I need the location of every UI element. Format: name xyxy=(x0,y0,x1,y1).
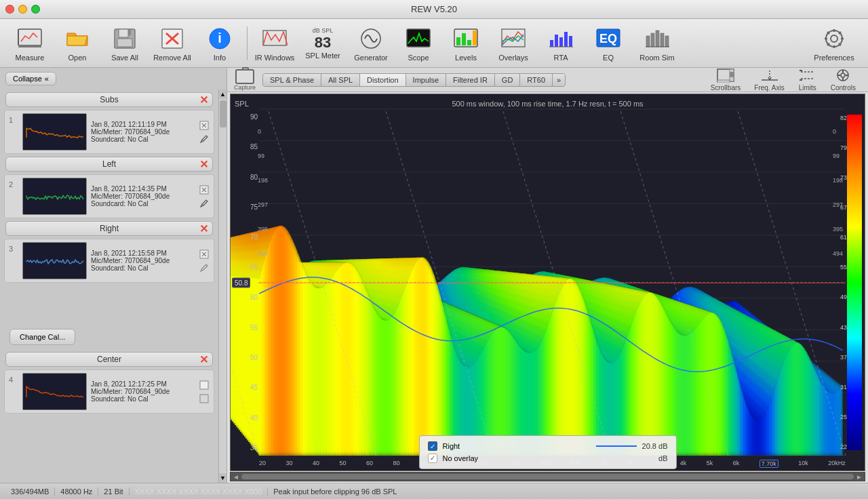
section-close-right[interactable]: ✕ xyxy=(199,222,208,235)
legend-value-nooverlay: dB xyxy=(658,454,667,462)
freq-axis-label: Freq. Axis xyxy=(754,84,784,92)
xa-20khz: 20kHz xyxy=(828,460,846,468)
open-button[interactable]: Open xyxy=(54,22,100,65)
tab-all-spl[interactable]: All SPL xyxy=(321,74,360,86)
scroll-track[interactable] xyxy=(219,99,226,473)
measurement-item-4: 4 Jan 8, 2021 12:17:25 PM Mic/Meter: 707… xyxy=(4,370,214,414)
tab-more[interactable]: » xyxy=(553,74,565,86)
meas-thumb-4 xyxy=(22,373,87,410)
section-close-center[interactable]: ✕ xyxy=(199,353,208,366)
color-scale-bar xyxy=(847,115,862,450)
cs-79: 79 xyxy=(840,144,847,151)
limits-button[interactable]: Limits xyxy=(794,66,821,93)
spl-meter-button[interactable]: dB SPL 83 SPL Meter xyxy=(299,22,347,65)
save-all-button[interactable]: Save All xyxy=(102,22,148,65)
measure-button[interactable]: Measure xyxy=(7,22,53,65)
rta-button[interactable]: RTA xyxy=(538,22,584,65)
meas-thumb-2 xyxy=(22,178,87,215)
remove-icon xyxy=(158,25,186,52)
chart-scroll-left[interactable]: ◄ xyxy=(231,473,241,481)
meas-edit-1[interactable] xyxy=(199,134,210,144)
scope-button[interactable]: Scope xyxy=(395,22,441,65)
tab-spl-phase[interactable]: SPL & Phase xyxy=(263,74,321,86)
svg-rect-31 xyxy=(656,31,659,47)
change-cal-button[interactable]: Change Cal... xyxy=(9,329,75,345)
section-close-subs[interactable]: ✕ xyxy=(199,94,208,106)
section-close-left[interactable]: ✕ xyxy=(199,158,208,171)
close-button[interactable] xyxy=(5,5,14,14)
limits-icon xyxy=(798,68,817,83)
preferences-button[interactable]: Preferences xyxy=(807,22,861,65)
xa-4k: 4k xyxy=(680,460,687,468)
ir-windows-label: IR Windows xyxy=(255,54,295,62)
legend-row-right: ✓ Right 20.8 dB xyxy=(428,440,668,452)
room-sim-button[interactable]: Room Sim xyxy=(633,22,682,65)
legend-check-right[interactable]: ✓ xyxy=(428,441,437,451)
meas-edit-2[interactable] xyxy=(199,198,210,209)
minimize-button[interactable] xyxy=(18,5,27,14)
t-494-left: 494 xyxy=(258,250,268,257)
panel-scrollbar[interactable]: ▲ ▼ xyxy=(218,89,226,483)
meas-edit-4[interactable] xyxy=(199,393,210,404)
svg-text:EQ: EQ xyxy=(599,32,617,45)
meas-edit-3[interactable] xyxy=(199,262,210,273)
maximize-button[interactable] xyxy=(31,5,40,14)
tab-filtered-ir[interactable]: Filtered IR xyxy=(446,74,495,86)
cs-61: 61 xyxy=(840,234,847,241)
meas-flag-3[interactable] xyxy=(199,249,210,260)
svg-rect-60 xyxy=(730,72,734,77)
eq-icon: EQ xyxy=(594,25,623,52)
svg-rect-57 xyxy=(200,395,208,403)
meas-date-3: Jan 8, 2021 12:15:58 PM xyxy=(91,250,195,257)
tab-distortion[interactable]: Distortion xyxy=(360,74,406,86)
open-icon xyxy=(63,25,92,52)
tab-impulse[interactable]: Impulse xyxy=(406,74,447,86)
room-sim-label: Room Sim xyxy=(639,54,674,62)
chart-scroll-track[interactable] xyxy=(241,474,854,479)
scroll-down[interactable]: ▼ xyxy=(219,473,226,483)
info-button[interactable]: i Info xyxy=(197,22,243,65)
meas-info-1: Jan 8, 2021 12:11:19 PM Mic/Meter: 70706… xyxy=(91,121,195,143)
meas-date-4: Jan 8, 2021 12:17:25 PM xyxy=(91,380,195,388)
meas-flag-2[interactable] xyxy=(199,184,210,195)
cs-49: 49 xyxy=(840,294,847,300)
xa-30: 30 xyxy=(285,460,292,468)
y-85: 85 xyxy=(250,143,258,151)
ir-windows-button[interactable]: IR Windows xyxy=(252,22,298,65)
color-scale xyxy=(847,115,862,450)
tab-gd[interactable]: GD xyxy=(495,74,521,86)
y-65: 65 xyxy=(250,264,258,271)
freq-axis-button[interactable]: Freq. Axis xyxy=(750,66,788,93)
meas-flag-4[interactable] xyxy=(199,380,210,391)
eq-button[interactable]: EQ EQ xyxy=(585,22,631,65)
y-80: 80 xyxy=(250,174,258,181)
meas-flag-1[interactable] xyxy=(199,120,210,131)
legend-check-nooverlay[interactable]: ✓ xyxy=(428,454,437,463)
tab-rt60[interactable]: RT60 xyxy=(520,74,553,86)
scope-icon xyxy=(404,25,433,52)
right-area: Capture SPL & Phase All SPL Distortion I… xyxy=(227,68,868,483)
chart-h-scrollbar[interactable]: ◄ ► xyxy=(230,472,865,481)
window-controls[interactable] xyxy=(5,5,40,14)
save-all-label: Save All xyxy=(111,54,138,62)
scrollbars-button[interactable]: Scrollbars xyxy=(707,66,745,93)
section-header-center: Center ✕ xyxy=(5,352,213,367)
overlays-button[interactable]: Overlays xyxy=(490,22,536,65)
section-name-left: Left xyxy=(102,159,116,169)
generator-button[interactable]: Generator xyxy=(348,22,394,65)
levels-button[interactable]: Levels xyxy=(443,22,489,65)
crosshair-value: 50.8 xyxy=(232,277,250,287)
right-tools: Scrollbars Freq. Axis xyxy=(707,66,865,93)
spl-top-label: dB SPL xyxy=(313,27,334,34)
chart-scroll-right[interactable]: ► xyxy=(854,473,865,481)
scroll-thumb[interactable] xyxy=(220,100,226,127)
capture-button[interactable]: Capture xyxy=(230,69,260,91)
scroll-up[interactable]: ▲ xyxy=(219,89,226,99)
chart-scroll-thumb[interactable] xyxy=(241,474,854,479)
collapse-button[interactable]: Collapse « xyxy=(5,72,56,85)
remove-all-button[interactable]: Remove All xyxy=(149,22,195,65)
spl-bottom-label: SPL Meter xyxy=(305,52,340,60)
controls-button[interactable]: Controls xyxy=(827,66,860,93)
controls-icon xyxy=(833,68,852,83)
cs-43: 43 xyxy=(840,324,847,331)
